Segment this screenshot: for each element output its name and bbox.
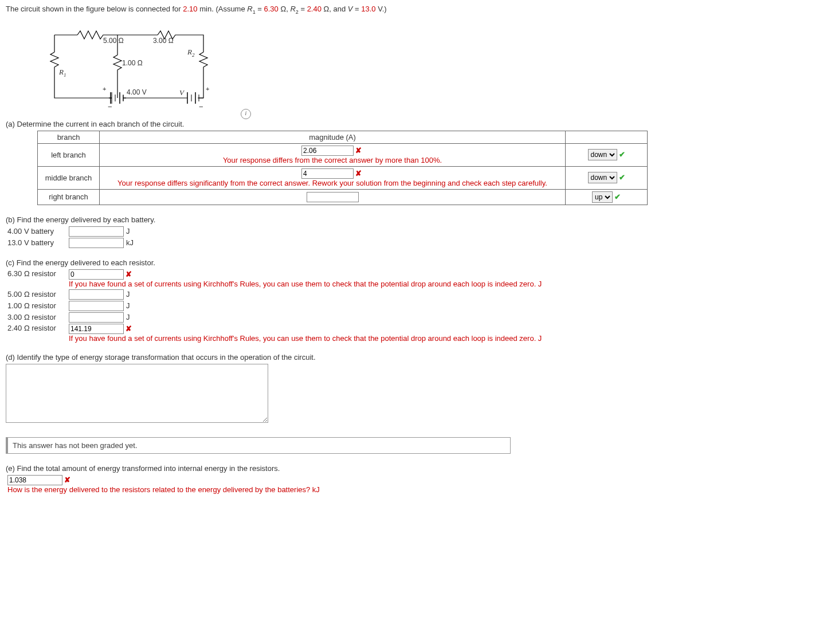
label-v: V [179,88,184,97]
feedback-text: If you have found a set of currents usin… [69,280,542,288]
branch-label: right branch [38,189,100,205]
unit: Ω, [279,5,291,13]
label-3ohm: 3.00 Ω [153,37,174,45]
feedback-text: Your response differs significantly from… [117,179,547,187]
wrong-icon: ✘ [126,270,132,278]
resistor-240-label: 2.40 Ω resistor [7,324,68,332]
minus-sign: − [199,103,203,111]
unit-kj: kJ [126,238,134,247]
energy-13v-input[interactable] [69,238,124,248]
unit-j: J [126,301,130,310]
table-row: right branch up✔ [38,189,648,205]
label-r1: R1 [59,68,66,78]
part-c: (c) Find the energy delivered to each re… [6,258,833,343]
time-value: 2.10 [183,5,197,13]
wrong-icon: ✘ [126,324,132,333]
plus-sign: + [103,85,106,92]
current-table: branch magnitude (A) left branch ✘ Your … [37,131,648,205]
label-r2: R2 [187,48,194,58]
part-c-title: (c) Find the energy delivered to each re… [6,258,833,267]
energy-r630-input[interactable] [69,269,124,280]
energy-r300-input[interactable] [69,312,124,323]
part-a-title: (a) Determine the current in each branch… [6,120,833,128]
magnitude-input-middle[interactable] [301,168,354,179]
eq: = [352,5,361,13]
part-d-title: (d) Identify the type of energy storage … [6,353,833,362]
r2-value: 2.40 [307,5,322,13]
var-r1: R [247,5,252,13]
essay-answer-input[interactable] [6,364,268,423]
direction-select-left[interactable]: down [588,149,617,160]
label-5ohm: 5.00 Ω [103,37,124,45]
energy-r100-input[interactable] [69,301,124,311]
part-b-title: (b) Find the energy delivered by each ba… [6,215,833,224]
correct-icon: ✔ [619,150,625,159]
eq: = [256,5,264,13]
problem-prompt: The circuit shown in the figure below is… [6,5,833,15]
hdr-magnitude: magnitude (A) [100,131,566,143]
magnitude-input-left[interactable] [301,146,354,156]
hdr-branch: branch [38,131,100,143]
part-e: (e) Find the total amount of energy tran… [6,464,833,494]
energy-4v-input[interactable] [69,226,124,237]
total-energy-input[interactable] [7,475,62,485]
branch-label: left branch [38,143,100,166]
part-a: (a) Determine the current in each branch… [6,120,833,205]
correct-icon: ✔ [619,173,625,182]
magnitude-input-right[interactable] [307,192,359,202]
not-graded-notice: This answer has not been graded yet. [6,437,511,454]
unit: Ω, and [322,5,348,13]
label-4v: 4.00 V [127,88,147,96]
v-value: 13.0 [361,5,375,13]
eq: = [299,5,307,13]
plus-sign: + [206,85,209,92]
battery-4v-label: 4.00 V battery [7,227,68,235]
info-icon[interactable]: i [241,109,251,119]
r1-value: 6.30 [264,5,279,13]
var-r2: R [290,5,295,13]
resistor-500-label: 5.00 Ω resistor [7,290,68,299]
unit-j: J [126,313,130,321]
prompt-text: The circuit shown in the figure below is… [6,5,183,13]
resistor-100-label: 1.00 Ω resistor [7,301,68,310]
unit-j: J [126,227,130,235]
hdr-direction [566,131,648,143]
feedback-text: How is the energy delivered to the resis… [7,485,320,494]
wrong-icon: ✘ [355,169,362,178]
feedback-text: Your response differs from the correct a… [223,156,442,164]
resistor-630-label: 6.30 Ω resistor [7,269,68,278]
energy-r500-input[interactable] [69,289,124,300]
branch-label: middle branch [38,166,100,189]
circuit-diagram: 5.00 Ω 3.00 Ω 1.00 Ω R1 R2 4.00 V V + − … [43,23,238,109]
correct-icon: ✔ [614,193,621,201]
table-row: left branch ✘ Your response differs from… [38,143,648,166]
label-1ohm: 1.00 Ω [122,59,143,67]
battery-13v-label: 13.0 V battery [7,238,68,247]
direction-select-right[interactable]: up [592,191,613,203]
table-row: middle branch ✘ Your response differs si… [38,166,648,189]
energy-r240-input[interactable] [69,324,124,334]
resistor-300-label: 3.00 Ω resistor [7,313,68,321]
unit-j: J [126,290,130,299]
direction-select-middle[interactable]: down [588,172,617,183]
part-b: (b) Find the energy delivered by each ba… [6,215,833,248]
prompt-text: min. (Assume [198,5,248,13]
wrong-icon: ✘ [355,146,362,155]
part-e-title: (e) Find the total amount of energy tran… [6,464,833,473]
unit: V.) [376,5,387,13]
part-d: (d) Identify the type of energy storage … [6,353,833,454]
wrong-icon: ✘ [64,476,70,484]
feedback-text: If you have found a set of currents usin… [69,334,542,343]
minus-sign: − [108,103,112,111]
